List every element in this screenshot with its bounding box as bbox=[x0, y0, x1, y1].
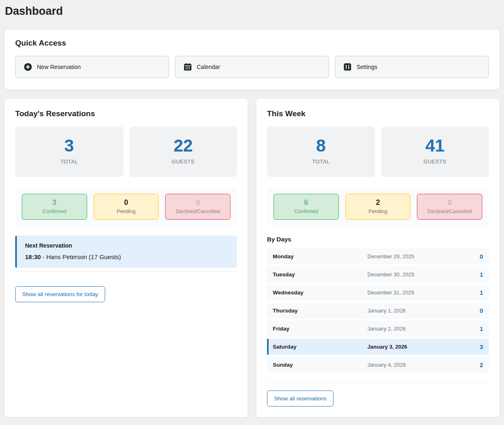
day-row-monday: Monday December 29, 2025 0 bbox=[267, 248, 489, 264]
today-confirmed-value: 3 bbox=[24, 198, 85, 207]
week-pending-label: Pending bbox=[348, 209, 409, 214]
day-count: 2 bbox=[480, 361, 483, 368]
today-pending-value: 0 bbox=[96, 198, 157, 207]
today-total-value: 3 bbox=[15, 136, 123, 155]
week-confirmed-box: 6 Confirmed bbox=[274, 194, 339, 219]
week-pending-value: 2 bbox=[348, 198, 409, 207]
by-days-list: Monday December 29, 2025 0 Tuesday Decem… bbox=[267, 248, 489, 373]
week-confirmed-label: Confirmed bbox=[276, 209, 337, 214]
day-row-sunday: Sunday January 4, 2026 2 bbox=[267, 357, 489, 373]
today-declined-label: Declined/Cancelled bbox=[167, 209, 228, 214]
day-date: January 3, 2026 bbox=[367, 344, 479, 350]
week-guests-value: 41 bbox=[381, 136, 489, 155]
show-all-today-button[interactable]: Show all reservations for today bbox=[15, 286, 105, 302]
day-date: December 30, 2025 bbox=[367, 271, 479, 278]
week-total-label: TOTAL bbox=[267, 159, 375, 165]
today-status-panel: 3 Confirmed 0 Pending 0 Declined/Cancell… bbox=[15, 188, 237, 225]
next-reservation-time: 18:30 bbox=[25, 253, 41, 260]
week-card-title: This Week bbox=[267, 109, 489, 118]
day-count: 0 bbox=[480, 253, 483, 260]
show-all-reservations-button[interactable]: Show all reservations bbox=[267, 391, 334, 407]
today-declined-box: 0 Declined/Cancelled bbox=[165, 194, 230, 219]
day-count: 1 bbox=[480, 325, 483, 332]
calendar-label: Calendar bbox=[197, 64, 220, 70]
settings-button[interactable]: Settings bbox=[335, 56, 489, 78]
day-count: 1 bbox=[480, 271, 483, 278]
quick-access-title: Quick Access bbox=[15, 39, 489, 48]
settings-label: Settings bbox=[357, 64, 377, 70]
today-guests-label: GUESTS bbox=[129, 159, 237, 165]
day-name: Tuesday bbox=[273, 271, 367, 278]
week-declined-value: 0 bbox=[419, 198, 480, 207]
next-reservation-details: - Hans Peterson (17 Guests) bbox=[41, 253, 121, 260]
week-confirmed-value: 6 bbox=[276, 198, 337, 207]
day-date: December 31, 2025 bbox=[367, 289, 479, 296]
week-status-panel: 6 Confirmed 2 Pending 0 Declined/Cancell… bbox=[267, 188, 489, 225]
week-stats: 8 TOTAL 41 GUESTS bbox=[267, 126, 489, 177]
day-name: Monday bbox=[273, 253, 367, 260]
day-row-thursday: Thursday January 1, 2026 0 bbox=[267, 303, 489, 319]
today-reservations-card: Today's Reservations 3 TOTAL 22 GUESTS 3… bbox=[4, 98, 248, 418]
dashboard-page: Dashboard Quick Access New Reservation C… bbox=[0, 0, 504, 422]
week-total-value: 8 bbox=[267, 136, 375, 155]
next-reservation-title: Next Reservation bbox=[25, 242, 229, 249]
by-days-title: By Days bbox=[267, 236, 489, 243]
quick-access-card: Quick Access New Reservation Calendar Se… bbox=[4, 29, 500, 90]
day-name: Sunday bbox=[273, 362, 367, 368]
today-confirmed-label: Confirmed bbox=[24, 209, 85, 214]
quick-access-buttons: New Reservation Calendar Settings bbox=[15, 56, 489, 78]
divider bbox=[15, 271, 237, 271]
calendar-button[interactable]: Calendar bbox=[175, 56, 329, 78]
next-reservation-line: 18:30 - Hans Peterson (17 Guests) bbox=[25, 253, 229, 260]
today-card-title: Today's Reservations bbox=[15, 109, 237, 118]
day-row-saturday-current: Saturday January 3, 2026 3 bbox=[267, 339, 489, 355]
today-confirmed-box: 3 Confirmed bbox=[22, 194, 87, 219]
day-row-wednesday: Wednesday December 31, 2025 1 bbox=[267, 285, 489, 301]
day-row-tuesday: Tuesday December 30, 2025 1 bbox=[267, 266, 489, 283]
today-stats: 3 TOTAL 22 GUESTS bbox=[15, 126, 237, 177]
day-date: December 29, 2025 bbox=[367, 253, 479, 260]
week-total-stat: 8 TOTAL bbox=[267, 126, 375, 177]
day-date: January 1, 2026 bbox=[367, 308, 479, 314]
day-count: 0 bbox=[480, 307, 483, 314]
week-guests-stat: 41 GUESTS bbox=[381, 126, 489, 177]
page-title: Dashboard bbox=[5, 5, 500, 18]
next-reservation-panel: Next Reservation 18:30 - Hans Peterson (… bbox=[15, 236, 237, 268]
day-name: Wednesday bbox=[273, 289, 367, 296]
dashboard-columns: Today's Reservations 3 TOTAL 22 GUESTS 3… bbox=[4, 98, 500, 418]
day-count: 3 bbox=[480, 343, 483, 350]
day-date: January 4, 2026 bbox=[367, 362, 479, 368]
day-date: January 2, 2026 bbox=[367, 326, 479, 332]
today-pending-label: Pending bbox=[96, 209, 157, 214]
week-declined-box: 0 Declined/Cancelled bbox=[417, 194, 482, 219]
day-name: Saturday bbox=[273, 344, 367, 350]
calendar-icon bbox=[184, 63, 192, 71]
today-declined-value: 0 bbox=[167, 198, 228, 207]
today-total-label: TOTAL bbox=[15, 159, 123, 165]
day-name: Thursday bbox=[273, 308, 367, 314]
today-pending-box: 0 Pending bbox=[94, 194, 159, 219]
this-week-card: This Week 8 TOTAL 41 GUESTS 6 Confirmed … bbox=[256, 98, 500, 418]
week-pending-box: 2 Pending bbox=[345, 194, 411, 219]
today-guests-stat: 22 GUESTS bbox=[129, 126, 237, 177]
new-reservation-button[interactable]: New Reservation bbox=[15, 56, 169, 78]
today-total-stat: 3 TOTAL bbox=[15, 126, 123, 177]
today-guests-value: 22 bbox=[129, 136, 237, 155]
divider bbox=[267, 382, 489, 382]
day-count: 1 bbox=[480, 289, 483, 296]
day-row-friday: Friday January 2, 2026 1 bbox=[267, 321, 489, 337]
week-declined-label: Declined/Cancelled bbox=[419, 209, 480, 214]
new-reservation-label: New Reservation bbox=[37, 64, 81, 70]
settings-icon bbox=[343, 63, 352, 71]
plus-circle-icon bbox=[24, 63, 32, 71]
week-guests-label: GUESTS bbox=[381, 159, 489, 165]
day-name: Friday bbox=[273, 326, 367, 332]
